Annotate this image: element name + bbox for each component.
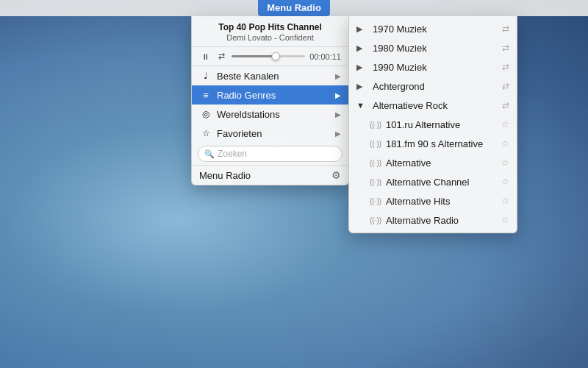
star-alternative: ☆: [501, 158, 509, 168]
shuffle-1980: ⇄: [502, 43, 509, 53]
play-icon-achtergrond: ▶: [356, 82, 368, 91]
now-playing-section: Top 40 Pop Hits Channel Demi Lovato - Co…: [192, 16, 348, 47]
time-display: 00:00:11: [309, 52, 341, 61]
label-alt-radio: Alternative Radio: [386, 215, 501, 226]
music-note-icon: ♩: [199, 71, 212, 81]
footer-label: Menu Radio: [199, 170, 331, 181]
desktop: Menu Radio Top 40 Pop Hits Channel Demi …: [0, 0, 588, 368]
play-icon-1980: ▶: [356, 43, 368, 53]
radio-icon-alt-hits: ((·)): [370, 197, 381, 205]
shuffle-1970: ⇄: [502, 24, 509, 34]
menubar: Menu Radio: [0, 0, 588, 16]
beste-kanalen-label: Beste Kanalen: [217, 71, 335, 82]
search-field[interactable]: 🔍 Zoeken: [198, 146, 343, 162]
station-alternative[interactable]: ((·)) Alternative ☆: [349, 153, 517, 172]
label-181fm: 181.fm 90 s Alternative: [386, 138, 501, 149]
submenu-alternatieve-rock[interactable]: ▼ Alternatieve Rock ⇄: [349, 96, 517, 115]
star-101ru: ☆: [501, 119, 509, 130]
radio-icon-alt-radio: ((·)): [370, 216, 381, 224]
star-alt-hits: ☆: [501, 196, 509, 206]
radio-genres-arrow: ▶: [335, 91, 341, 99]
radio-icon-181fm: ((·)): [370, 140, 381, 148]
play-icon-1990: ▶: [356, 63, 368, 72]
label-1990: 1990 Muziek: [373, 62, 502, 73]
star-icon: ☆: [199, 128, 212, 138]
favorieten-arrow: ▶: [335, 130, 341, 138]
pause-button[interactable]: ⏸: [199, 52, 211, 61]
star-181fm: ☆: [501, 138, 509, 149]
submenu-1990-muziek[interactable]: ▶ 1990 Muziek ⇄: [349, 57, 517, 77]
star-alt-radio: ☆: [501, 215, 509, 225]
volume-slider[interactable]: [232, 55, 305, 57]
track-name: Demi Lovato - Confident: [201, 33, 340, 42]
wereldstations-arrow: ▶: [335, 110, 341, 118]
menu-item-favorieten[interactable]: ☆ Favorieten ▶: [192, 124, 348, 143]
volume-knob[interactable]: [272, 52, 280, 60]
radio-genres-icon: ≡: [199, 90, 212, 101]
label-alt-rock: Alternatieve Rock: [373, 100, 502, 111]
menu-item-wereldstations[interactable]: ◎ Wereldstations ▶: [192, 105, 348, 124]
player-controls: ⏸ ⇄ 00:00:11: [192, 47, 348, 66]
radio-icon-alternative: ((·)): [370, 159, 381, 167]
submenu-achtergrond[interactable]: ▶ Achtergrond ⇄: [349, 77, 517, 96]
gear-icon[interactable]: ⚙: [331, 169, 341, 181]
label-achtergrond: Achtergrond: [373, 81, 502, 92]
wereldstations-label: Wereldstations: [217, 109, 335, 120]
beste-kanalen-arrow: ▶: [335, 72, 341, 80]
shuffle-button[interactable]: ⇄: [215, 52, 227, 61]
radio-icon-alt-channel: ((·)): [370, 178, 381, 186]
station-alt-radio[interactable]: ((·)) Alternative Radio ☆: [349, 210, 517, 230]
submenu-1980-muziek[interactable]: ▶ 1980 Muziek ⇄: [349, 38, 517, 57]
submenu-panel: ▶ 1970 Muziek ⇄ ▶ 1980 Muziek ⇄ ▶ 1990 M…: [348, 16, 517, 233]
shuffle-alt-rock: ⇄: [502, 100, 509, 110]
star-alt-channel: ☆: [501, 177, 509, 187]
search-placeholder: Zoeken: [218, 149, 247, 159]
menu-item-beste-kanalen[interactable]: ♩ Beste Kanalen ▶: [192, 66, 348, 85]
station-181fm[interactable]: ((·)) 181.fm 90 s Alternative ☆: [349, 134, 517, 153]
chevron-down-icon: ▼: [356, 101, 368, 110]
station-101ru[interactable]: ((·)) 101.ru Alternative ☆: [349, 115, 517, 134]
search-icon: 🔍: [204, 149, 215, 159]
station-name: Top 40 Pop Hits Channel: [201, 22, 340, 32]
label-1970: 1970 Muziek: [373, 24, 502, 35]
menubar-title[interactable]: Menu Radio: [258, 0, 330, 16]
radio-icon-101ru: ((·)): [370, 121, 381, 129]
search-container: 🔍 Zoeken: [192, 143, 348, 166]
station-alt-hits[interactable]: ((·)) Alternative Hits ☆: [349, 191, 517, 210]
world-icon: ◎: [199, 109, 212, 119]
menu-item-radio-genres[interactable]: ≡ Radio Genres ▶: [192, 85, 348, 105]
main-dropdown: Top 40 Pop Hits Channel Demi Lovato - Co…: [191, 16, 349, 185]
menu-footer: Menu Radio ⚙: [192, 166, 348, 185]
submenu-1970-muziek[interactable]: ▶ 1970 Muziek ⇄: [349, 19, 517, 38]
shuffle-1990: ⇄: [502, 62, 509, 72]
favorieten-label: Favorieten: [217, 128, 335, 139]
station-alt-channel[interactable]: ((·)) Alternative Channel ☆: [349, 172, 517, 191]
label-alternative: Alternative: [386, 158, 501, 169]
label-1980: 1980 Muziek: [373, 43, 502, 54]
label-alt-hits: Alternative Hits: [386, 196, 501, 207]
play-icon-1970: ▶: [356, 24, 368, 34]
radio-genres-label: Radio Genres: [217, 90, 335, 101]
label-alt-channel: Alternative Channel: [386, 177, 501, 188]
label-101ru: 101.ru Alternative: [386, 119, 501, 130]
shuffle-achtergrond: ⇄: [502, 81, 509, 91]
